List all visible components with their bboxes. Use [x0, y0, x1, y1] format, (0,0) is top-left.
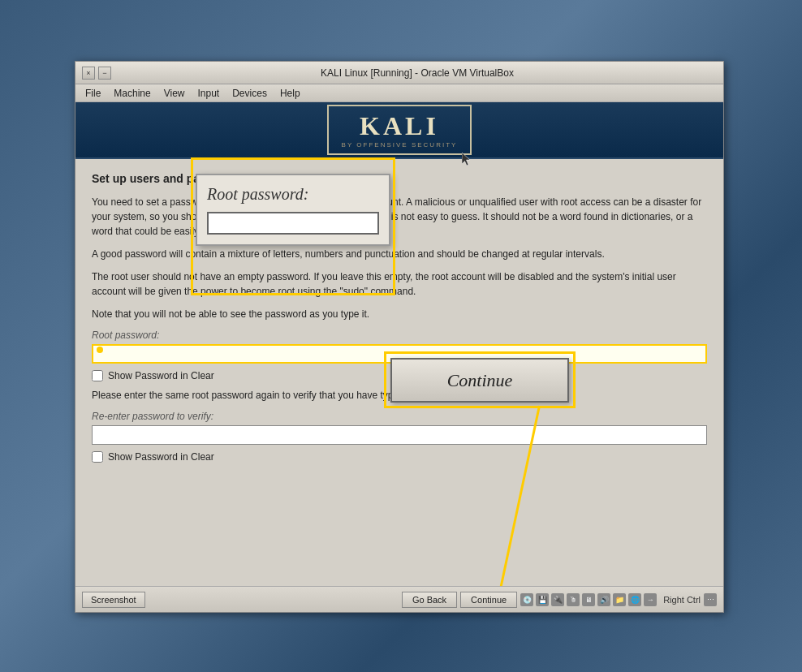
share-icon[interactable]: 📁	[613, 593, 626, 606]
continue-popup-button[interactable]: Continue	[390, 358, 569, 403]
bottom-bar: Screenshot Go Back Continue 💿 💾 🔌 🖱 🖥 🔊 …	[75, 586, 723, 612]
kali-subtitle: BY OFFENSIVE SECURITY	[342, 141, 458, 149]
root-password-label: Root password:	[92, 330, 707, 341]
panel-title: Set up users and passwords	[92, 172, 707, 185]
menu-machine[interactable]: Machine	[107, 86, 157, 101]
window-title: KALI Linux [Running] - Oracle VM Virtual…	[118, 67, 717, 79]
input-dot-indicator	[97, 347, 103, 353]
floppy-icon[interactable]: 💾	[536, 593, 549, 606]
vm-content: KALI BY OFFENSIVE SECURITY Set up users …	[75, 102, 723, 586]
menu-view[interactable]: View	[157, 86, 192, 101]
screenshot-button[interactable]: Screenshot	[82, 592, 145, 608]
show-password-checkbox-2[interactable]	[92, 451, 103, 463]
popup-title: Root password:	[207, 185, 379, 204]
kali-logo-text: KALI	[360, 111, 439, 141]
network-icon[interactable]: 🔌	[551, 593, 564, 606]
bottom-left: Screenshot	[82, 592, 145, 608]
note-text: Note that you will not be able to see th…	[92, 307, 707, 321]
menu-input[interactable]: Input	[192, 86, 226, 101]
body-text-3: The root user should not have an empty p…	[92, 269, 707, 299]
minimize-button[interactable]: −	[98, 67, 111, 80]
title-bar: × − KALI Linux [Running] - Oracle VM Vir…	[75, 62, 723, 84]
cd-icon[interactable]: 💿	[520, 593, 533, 606]
body-text-1: You need to set a password for 'root', t…	[92, 195, 707, 239]
kali-logo-box: KALI BY OFFENSIVE SECURITY	[327, 105, 472, 155]
continue-button[interactable]: Continue	[460, 592, 517, 608]
body-text-2: A good password will contain a mixture o…	[92, 247, 707, 261]
popup-password-input[interactable]	[207, 212, 379, 235]
re-enter-label: Re-enter password to verify:	[92, 411, 707, 422]
menu-devices[interactable]: Devices	[226, 86, 274, 101]
usb-icon[interactable]: 🖱	[567, 593, 580, 606]
menu-help[interactable]: Help	[274, 86, 307, 101]
status-icons: 💿 💾 🔌 🖱 🖥 🔊 📁 🌐 →	[520, 593, 657, 606]
show-password-row-2: Show Password in Clear	[92, 451, 707, 463]
bottom-right: Go Back Continue 💿 💾 🔌 🖱 🖥 🔊 📁 🌐 → Right…	[402, 592, 717, 608]
arrow-icon[interactable]: →	[644, 593, 657, 606]
kali-header: KALI BY OFFENSIVE SECURITY	[75, 102, 723, 159]
audio-icon[interactable]: 🔊	[597, 593, 610, 606]
re-enter-password-input[interactable]	[92, 425, 707, 445]
more-icon[interactable]: ⋯	[704, 593, 717, 606]
root-password-popup: Root password:	[196, 174, 390, 246]
title-bar-buttons: × −	[82, 67, 111, 80]
display-icon[interactable]: 🖥	[582, 593, 595, 606]
show-password-label-2: Show Password in Clear	[108, 451, 214, 463]
show-password-checkbox-1[interactable]	[92, 370, 103, 381]
menu-bar: File Machine View Input Devices Help	[75, 84, 723, 102]
right-ctrl-label: Right Ctrl	[663, 595, 701, 605]
close-button[interactable]: ×	[82, 67, 95, 80]
show-password-label-1: Show Password in Clear	[108, 370, 214, 381]
virtualbox-window: × − KALI Linux [Running] - Oracle VM Vir…	[75, 61, 724, 613]
globe-icon[interactable]: 🌐	[628, 593, 641, 606]
go-back-button[interactable]: Go Back	[402, 592, 457, 608]
menu-file[interactable]: File	[79, 86, 107, 101]
